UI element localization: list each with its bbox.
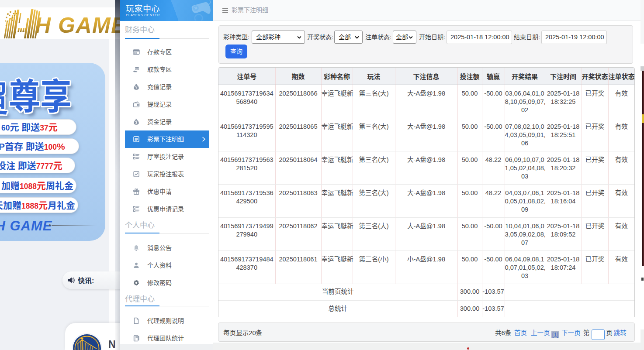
svg-text:H GAME: H GAME bbox=[35, 13, 125, 38]
